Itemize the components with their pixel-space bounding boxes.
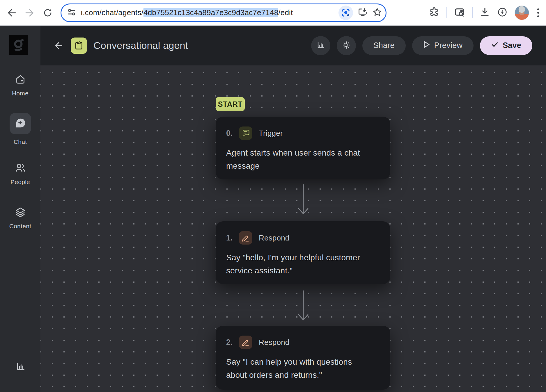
connector-arrow [297, 290, 309, 322]
node-index: 2. [226, 338, 239, 347]
sidebar-analytics[interactable] [0, 361, 40, 373]
sidebar-item-label: Chat [14, 138, 27, 145]
site-settings-icon[interactable] [67, 8, 76, 18]
browser-menu-icon[interactable] [536, 7, 540, 18]
home-icon [15, 73, 26, 86]
flow-node-respond[interactable]: 1. Respond Say "hello, I'm your helpful … [216, 221, 390, 284]
gear-icon [341, 40, 351, 51]
chat-sparkle-icon [15, 117, 26, 130]
agent-header: Conversational agent Share [40, 26, 546, 65]
flow-node-respond[interactable]: 2. Respond Say "I can help you with ques… [216, 326, 390, 390]
share-button[interactable]: Share [362, 36, 406, 55]
layers-icon [15, 206, 26, 219]
reload-icon[interactable] [41, 6, 54, 19]
sidebar-item-label: Home [12, 90, 29, 97]
lens-icon[interactable] [338, 6, 353, 20]
download-icon[interactable] [480, 7, 490, 19]
page-title[interactable]: Conversational agent [93, 40, 188, 51]
forward-icon[interactable] [23, 6, 36, 19]
profile-avatar[interactable] [515, 6, 529, 20]
sidebar-item-label: People [10, 179, 30, 186]
flow-node-trigger[interactable]: 0. Trigger Agent starts when user sends … [216, 117, 390, 179]
pen-icon [239, 336, 252, 349]
sidebar: Home Chat People Con [0, 26, 40, 392]
toolbar-divider [446, 7, 447, 18]
sidebar-item-people[interactable]: People [0, 162, 40, 186]
preview-button[interactable]: Preview [412, 36, 474, 55]
node-type-label: Respond [259, 338, 289, 347]
start-badge: START [216, 97, 245, 111]
play-icon [423, 41, 430, 50]
agent-code-icon [71, 38, 87, 54]
toolbar-divider [472, 7, 473, 18]
sidebar-item-home[interactable]: Home [0, 73, 40, 97]
url-text[interactable]: ı.com/chat/agents/4db75521c13c4a89a7e3c9… [81, 8, 293, 17]
node-index: 1. [226, 234, 239, 243]
node-body-text: Say "I can help you with questions about… [226, 355, 372, 382]
screen: ı.com/chat/agents/4db75521c13c4a89a7e3c9… [0, 0, 546, 392]
analytics-button[interactable] [311, 36, 330, 55]
url-bar[interactable]: ı.com/chat/agents/4db75521c13c4a89a7e3c9… [61, 3, 387, 22]
sidebar-item-content[interactable]: Content [0, 206, 40, 230]
app-logo[interactable] [9, 35, 28, 55]
node-body-text: Agent starts when user sends a chat mess… [226, 146, 372, 172]
settings-button[interactable] [337, 36, 356, 55]
back-arrow-icon[interactable] [53, 40, 64, 51]
connector-arrow [297, 184, 309, 216]
energy-saver-icon[interactable] [497, 7, 508, 19]
sidebar-item-chat[interactable]: Chat [0, 113, 40, 145]
analytics-icon [316, 40, 325, 51]
check-icon [491, 41, 499, 50]
analytics-icon [15, 361, 26, 373]
node-type-label: Trigger [259, 129, 283, 138]
sidebar-item-label: Content [9, 223, 31, 230]
bookmark-star-icon[interactable] [372, 7, 382, 18]
back-icon[interactable] [5, 6, 18, 19]
save-button[interactable]: Save [480, 36, 532, 55]
browser-toolbar: ı.com/chat/agents/4db75521c13c4a89a7e3c9… [0, 0, 546, 26]
pen-icon [239, 231, 252, 245]
url-selected-text: 4db75521c13c4a89a7e3c9d3ac7e7148 [143, 8, 278, 17]
side-panel-search-icon[interactable] [454, 7, 465, 19]
extensions-icon[interactable] [429, 7, 439, 19]
node-index: 0. [226, 129, 239, 138]
flow-canvas[interactable]: START 0. Trigger Agent starts when user … [40, 65, 546, 392]
node-type-label: Respond [259, 234, 289, 243]
message-icon [239, 126, 252, 140]
node-body-text: Say "hello, I'm your helpful customer se… [226, 251, 372, 277]
save-page-icon[interactable] [358, 7, 368, 18]
people-icon [15, 162, 26, 174]
